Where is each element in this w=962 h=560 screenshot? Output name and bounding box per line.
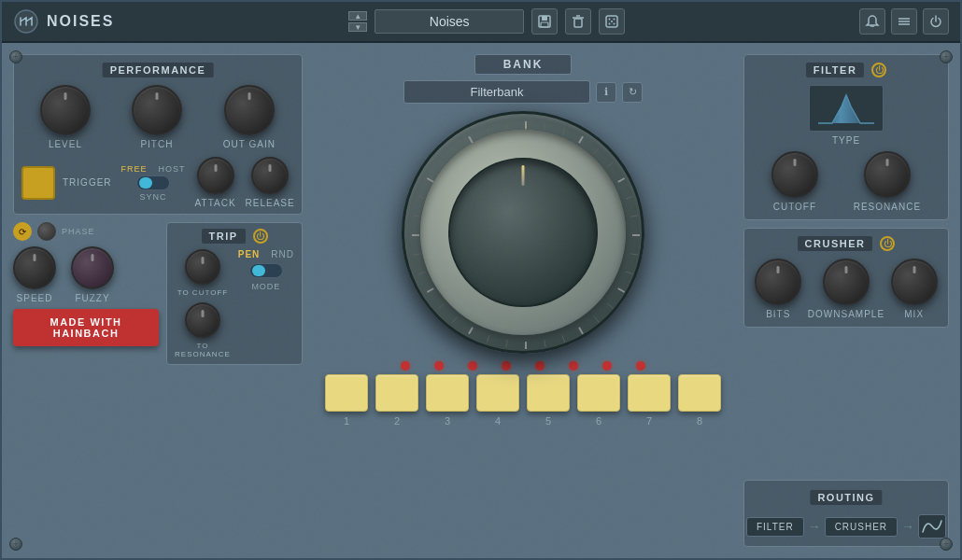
trip-power-icon[interactable]: ⏻ bbox=[253, 229, 268, 244]
bank-title: BANK bbox=[474, 54, 573, 75]
resonance-label: RESONANCE bbox=[854, 202, 921, 212]
seq-pad-5[interactable] bbox=[527, 374, 570, 412]
routing-curve-display[interactable] bbox=[918, 514, 946, 539]
mix-knob-container: MIX bbox=[891, 259, 938, 319]
svg-line-26 bbox=[630, 216, 638, 217]
resonance-knob-container: RESONANCE bbox=[854, 151, 921, 212]
pitch-knob[interactable] bbox=[132, 85, 182, 135]
top-bar-left: NOISES bbox=[13, 8, 114, 35]
phase-sync-icon[interactable]: ⟳ bbox=[13, 222, 32, 241]
rnd-label: RND bbox=[271, 249, 294, 259]
routing-crusher-node[interactable]: CRUSHER bbox=[825, 517, 898, 537]
fuzzy-label: FUZZY bbox=[75, 293, 109, 303]
preset-nav[interactable]: ▲ ▼ bbox=[348, 11, 367, 32]
seq-pad-8[interactable] bbox=[678, 374, 721, 412]
random-button[interactable] bbox=[599, 8, 625, 35]
downsample-knob[interactable] bbox=[823, 259, 870, 305]
level-knob[interactable] bbox=[40, 85, 91, 135]
seq-dot-2 bbox=[434, 361, 444, 371]
mode-toggle[interactable] bbox=[249, 263, 283, 278]
crusher-knobs: BITS DOWNSAMPLE MIX bbox=[754, 259, 939, 319]
speed-knob[interactable] bbox=[13, 246, 56, 289]
app-title: NOISES bbox=[47, 13, 114, 30]
phase-mini-knob[interactable] bbox=[37, 222, 56, 241]
svg-line-33 bbox=[579, 328, 583, 334]
bank-name-row: Filterbank ℹ ↻ bbox=[312, 80, 734, 104]
bank-refresh-button[interactable]: ↻ bbox=[622, 82, 643, 103]
routing-arrow-2: → bbox=[901, 519, 914, 534]
center-panel: BANK Filterbank ℹ ↻ bbox=[312, 54, 734, 547]
out-gain-knob[interactable] bbox=[224, 85, 275, 135]
attack-knob[interactable] bbox=[197, 157, 234, 194]
seq-pad-6[interactable] bbox=[577, 374, 620, 412]
bits-knob[interactable] bbox=[755, 259, 801, 305]
cutoff-label: CUTOFF bbox=[773, 202, 816, 212]
preset-name[interactable]: Noises bbox=[375, 9, 524, 34]
filter-power-icon[interactable]: ⏻ bbox=[871, 63, 886, 77]
to-cutoff-label: TO CUTOFF bbox=[177, 288, 228, 297]
svg-line-34 bbox=[562, 335, 565, 343]
bell-button[interactable] bbox=[859, 8, 885, 35]
bank-name: Filterbank bbox=[403, 80, 590, 104]
menu-button[interactable] bbox=[891, 8, 917, 35]
preset-nav-down[interactable]: ▼ bbox=[348, 22, 367, 32]
trip-title: TRIP bbox=[202, 229, 246, 244]
svg-line-43 bbox=[418, 272, 426, 274]
mix-label: MIX bbox=[904, 309, 924, 319]
routing-filter-node[interactable]: FILTER bbox=[746, 517, 804, 537]
filter-type-display[interactable] bbox=[809, 85, 884, 132]
to-cutoff-knob[interactable] bbox=[185, 249, 220, 285]
seq-pad-1[interactable] bbox=[325, 374, 368, 412]
seq-num-2: 2 bbox=[375, 415, 418, 427]
sequencer: 1 2 3 4 5 6 7 8 bbox=[312, 361, 734, 427]
release-knob[interactable] bbox=[251, 157, 289, 194]
to-resonance-knob[interactable] bbox=[185, 302, 220, 338]
release-knob-container: RELEASE bbox=[246, 157, 295, 208]
delete-button[interactable] bbox=[565, 8, 591, 35]
seq-pad-4[interactable] bbox=[476, 374, 519, 412]
trip-content: TO CUTOFF TO RESONANCE PEN RND bbox=[175, 249, 294, 358]
seq-num-1: 1 bbox=[325, 415, 368, 427]
resonance-knob[interactable] bbox=[864, 151, 911, 198]
filter-type-svg bbox=[813, 88, 879, 129]
seq-pad-7[interactable] bbox=[628, 374, 671, 412]
svg-line-44 bbox=[414, 254, 421, 255]
trigger-button[interactable] bbox=[21, 166, 55, 200]
level-label: LEVEL bbox=[49, 139, 82, 149]
fuzzy-knob-container: FUZZY bbox=[71, 246, 114, 303]
hainbach-button[interactable]: MADE WITH HAINBACH bbox=[13, 309, 159, 346]
seq-num-6: 6 bbox=[577, 415, 620, 427]
mix-knob[interactable] bbox=[891, 259, 938, 305]
bits-knob-container: BITS bbox=[755, 259, 801, 319]
svg-line-19 bbox=[545, 123, 545, 131]
performance-knobs: LEVEL PITCH OUT GAIN bbox=[21, 85, 294, 149]
crusher-title: CRUSHER bbox=[798, 236, 873, 251]
svg-line-39 bbox=[469, 328, 473, 334]
svg-rect-4 bbox=[574, 19, 582, 27]
preset-nav-up[interactable]: ▲ bbox=[348, 11, 367, 21]
fuzzy-knob[interactable] bbox=[71, 246, 114, 289]
to-resonance-knob-container: TO RESONANCE bbox=[175, 302, 231, 358]
svg-line-24 bbox=[618, 178, 625, 182]
crusher-power-icon[interactable]: ⏻ bbox=[880, 236, 895, 251]
seq-pad-2[interactable] bbox=[375, 374, 418, 412]
bits-label: BITS bbox=[766, 309, 790, 319]
screw-tr bbox=[940, 50, 953, 63]
power-button[interactable] bbox=[923, 8, 949, 35]
sync-toggle[interactable] bbox=[136, 175, 170, 190]
svg-line-31 bbox=[607, 303, 613, 308]
svg-line-40 bbox=[453, 316, 458, 322]
svg-line-52 bbox=[487, 128, 489, 135]
seq-pad-3[interactable] bbox=[426, 374, 469, 412]
svg-line-46 bbox=[414, 216, 421, 217]
knob-indicator bbox=[522, 165, 525, 186]
save-button[interactable] bbox=[531, 8, 558, 35]
svg-point-12 bbox=[611, 21, 613, 22]
filter-knob-row: CUTOFF RESONANCE bbox=[754, 151, 939, 212]
cutoff-knob[interactable] bbox=[771, 151, 818, 198]
svg-line-41 bbox=[439, 303, 445, 308]
sync-label: SYNC bbox=[140, 192, 167, 202]
seq-dot-3 bbox=[468, 361, 477, 371]
main-knob[interactable] bbox=[402, 111, 644, 354]
bank-info-button[interactable]: ℹ bbox=[596, 82, 616, 103]
